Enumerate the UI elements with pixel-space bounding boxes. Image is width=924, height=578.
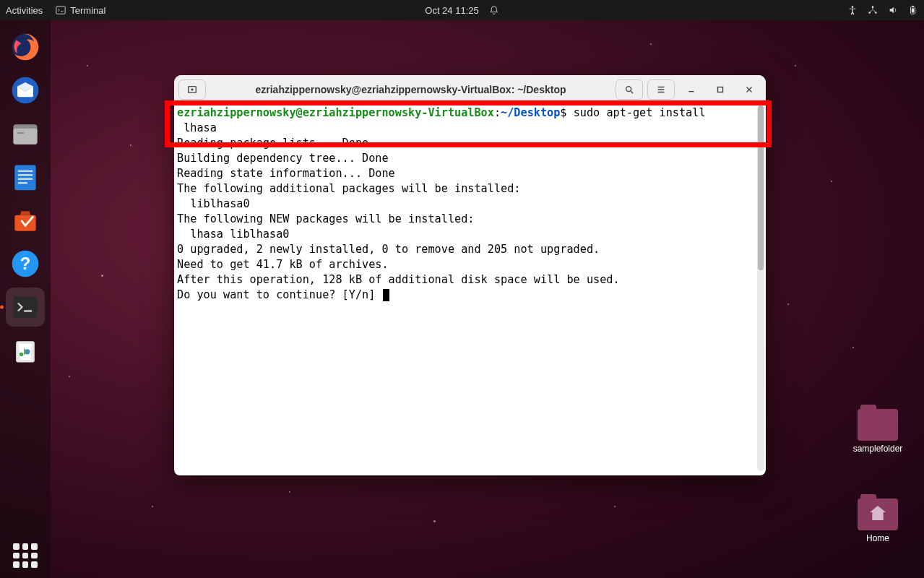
scrollbar-thumb[interactable] xyxy=(758,105,764,270)
dock-trash[interactable] xyxy=(6,331,45,370)
topbar-app-name: Terminal xyxy=(70,5,105,16)
hamburger-menu-button[interactable] xyxy=(647,79,675,100)
svg-text:?: ? xyxy=(20,254,31,273)
out-line: 0 upgraded, 2 newly installed, 0 to remo… xyxy=(177,243,600,256)
command-text-2: lhasa xyxy=(177,121,217,134)
svg-rect-6 xyxy=(912,6,914,7)
dock-help[interactable]: ? xyxy=(6,244,45,283)
power-icon[interactable] xyxy=(908,5,918,15)
home-folder-icon xyxy=(858,499,898,530)
prompt-user: ezriahzippernowsky@ezriahzippernowsky-Vi… xyxy=(177,106,494,119)
top-bar: Activities Terminal Oct 24 11:25 xyxy=(0,0,924,20)
svg-rect-7 xyxy=(912,8,915,12)
svg-rect-27 xyxy=(718,87,723,92)
window-titlebar[interactable]: ezriahzippernowsky@ezriahzippernowsky-Vi… xyxy=(174,75,766,104)
files-icon xyxy=(9,118,41,150)
svg-rect-14 xyxy=(18,171,33,172)
terminal-icon xyxy=(56,5,66,15)
out-line: lhasa liblhasa0 xyxy=(177,228,289,241)
firefox-icon xyxy=(9,31,41,63)
cursor xyxy=(383,289,389,301)
command-text: sudo apt-get install xyxy=(574,106,706,119)
help-icon: ? xyxy=(9,248,41,280)
svg-rect-16 xyxy=(18,178,33,180)
terminal-app-icon xyxy=(9,291,41,323)
svg-point-26 xyxy=(626,86,631,91)
svg-rect-15 xyxy=(18,174,33,176)
desktop-item-label: samplefolder xyxy=(853,444,903,454)
out-line: The following NEW packages will be insta… xyxy=(177,212,474,225)
show-applications-button[interactable] xyxy=(13,543,38,568)
terminal-window: ezriahzippernowsky@ezriahzippernowsky-Vi… xyxy=(174,75,766,475)
svg-rect-12 xyxy=(17,132,24,134)
svg-rect-13 xyxy=(14,165,35,191)
out-line: Reading package lists... Done xyxy=(177,137,368,150)
svg-rect-17 xyxy=(18,182,27,184)
dock-libreoffice-writer[interactable] xyxy=(6,158,45,197)
dock: ? xyxy=(0,20,51,578)
dock-files[interactable] xyxy=(6,114,45,153)
network-icon[interactable] xyxy=(868,5,878,15)
svg-point-1 xyxy=(852,6,854,8)
topbar-app-indicator[interactable]: Terminal xyxy=(56,5,105,16)
dock-ubuntu-software[interactable] xyxy=(6,201,45,240)
out-line: Reading state information... Done xyxy=(177,167,395,180)
accessibility-icon[interactable] xyxy=(847,5,858,15)
desktop-folder-home[interactable]: Home xyxy=(846,494,910,543)
folder-icon xyxy=(858,409,898,441)
svg-point-23 xyxy=(20,353,24,357)
window-title: ezriahzippernowsky@ezriahzippernowsky-Vi… xyxy=(210,84,611,95)
writer-icon xyxy=(9,161,41,193)
search-button[interactable] xyxy=(616,79,643,100)
terminal-output[interactable]: ezriahzippernowsky@ezriahzippernowsky-Vi… xyxy=(174,104,766,475)
dock-firefox[interactable] xyxy=(6,27,45,66)
dock-thunderbird[interactable] xyxy=(6,71,45,110)
scrollbar[interactable] xyxy=(757,105,764,471)
clock[interactable]: Oct 24 11:25 xyxy=(425,5,478,16)
svg-rect-11 xyxy=(14,129,38,144)
out-line: Do you want to continue? [Y/n] xyxy=(177,288,381,301)
dock-terminal[interactable] xyxy=(6,288,45,327)
minimize-button[interactable] xyxy=(679,79,704,100)
svg-rect-21 xyxy=(14,296,38,317)
notification-icon[interactable] xyxy=(489,5,499,15)
desktop-item-label: Home xyxy=(866,533,889,543)
volume-icon[interactable] xyxy=(888,5,898,15)
trash-icon xyxy=(9,335,41,366)
prompt-path: ~/Desktop xyxy=(501,106,560,119)
new-tab-button[interactable] xyxy=(178,79,206,100)
desktop-folder-samplefolder[interactable]: samplefolder xyxy=(846,405,910,454)
out-line: The following additional packages will b… xyxy=(177,182,520,195)
maximize-button[interactable] xyxy=(708,79,733,100)
thunderbird-icon xyxy=(9,74,41,106)
software-icon xyxy=(9,204,41,236)
out-line: After this operation, 128 kB of addition… xyxy=(177,273,620,286)
svg-rect-0 xyxy=(56,7,65,14)
activities-button[interactable]: Activities xyxy=(6,5,43,16)
out-line: liblhasa0 xyxy=(177,197,250,210)
out-line: Need to get 41.7 kB of archives. xyxy=(177,258,389,271)
out-line: Building dependency tree... Done xyxy=(177,152,389,165)
close-button[interactable] xyxy=(737,79,761,100)
